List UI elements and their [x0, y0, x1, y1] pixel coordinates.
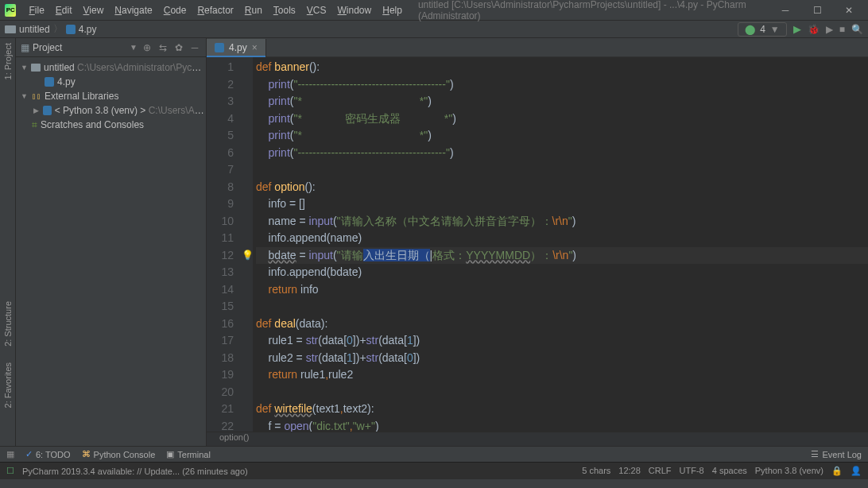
lock-icon[interactable]: 🔒	[831, 466, 843, 476]
run-more-icon[interactable]: ▶	[826, 24, 833, 35]
status-update[interactable]: PyCharm 2019.3.4 available: // Update...…	[22, 467, 248, 476]
tree-item[interactable]: ▶< Python 3.8 (venv) > C:\Users\Administ…	[16, 103, 206, 118]
status-icon: ☐	[6, 466, 14, 476]
intention-bulb-icon[interactable]: 💡	[242, 247, 254, 265]
window-title: untitled [C:\Users\Administrator\Pycharm…	[418, 0, 774, 21]
stop-icon[interactable]: ■	[839, 24, 845, 35]
titlebar: PC FileEditViewNavigateCodeRefactorRunTo…	[0, 0, 868, 21]
project-crumb[interactable]: untitled	[19, 24, 50, 35]
breadcrumb[interactable]: untitled 〉 4.py	[5, 22, 96, 36]
status-pos: 12:28	[618, 466, 641, 476]
menu-vcs[interactable]: VCS	[302, 3, 331, 17]
tab-filename: 4.py	[229, 42, 247, 53]
project-tree[interactable]: ▼untitled C:\Users\Administrator\Pycharm…	[16, 57, 206, 135]
editor-tabs: 4.py ×	[207, 38, 868, 57]
editor: 4.py × 123456789101112131415161718192021…	[207, 38, 868, 446]
pycharm-logo-icon: PC	[5, 4, 16, 17]
menu-help[interactable]: Help	[378, 3, 407, 17]
file-crumb[interactable]: 4.py	[79, 24, 97, 35]
debug-button[interactable]: 🐞	[808, 24, 820, 35]
tree-item[interactable]: ▼untitled C:\Users\Administrator\Pycharm…	[16, 60, 206, 75]
stack-icon[interactable]: ▦	[6, 449, 14, 459]
tree-item[interactable]: ▼⫾⫾External Libraries	[16, 89, 206, 103]
tab-favorites[interactable]: 2: Favorites	[2, 361, 14, 409]
collapse-icon[interactable]: ⇆	[157, 42, 169, 53]
line-gutter: 1234567891011121314151617181920212223	[207, 57, 240, 432]
python-file-icon	[215, 43, 224, 52]
menu-navigate[interactable]: Navigate	[110, 3, 157, 17]
tree-item[interactable]: 4.py	[16, 75, 206, 89]
folder-icon	[5, 25, 16, 33]
menu-file[interactable]: File	[24, 3, 48, 17]
maximize-button[interactable]: ☐	[806, 5, 828, 16]
left-toolbar: 1: Project 2: Structure 2: Favorites	[0, 38, 16, 446]
run-config-selector[interactable]: ⬤ 4 ▼	[738, 22, 787, 37]
gear-icon[interactable]: ✿	[172, 42, 185, 53]
menu-edit[interactable]: Edit	[51, 3, 77, 17]
menu-tools[interactable]: Tools	[269, 3, 300, 17]
panel-title: Project	[33, 42, 62, 53]
run-config-name: 4	[760, 24, 765, 35]
tool-todo[interactable]: ✓6: TODO	[25, 449, 71, 459]
code-text[interactable]: def banner(): print("-------------------…	[253, 57, 868, 432]
bottom-toolbar: ▦ ✓6: TODO ⌘Python Console ▣Terminal ☰Ev…	[0, 446, 868, 462]
status-chars: 5 chars	[582, 466, 610, 476]
tab-project[interactable]: 1: Project	[2, 41, 14, 81]
target-icon[interactable]: ⊕	[141, 42, 153, 53]
tab-structure[interactable]: 2: Structure	[2, 300, 14, 348]
tree-item[interactable]: ⌗Scratches and Consoles	[16, 118, 206, 132]
code-area[interactable]: 1234567891011121314151617181920212223 💡 …	[207, 57, 868, 432]
navbar: untitled 〉 4.py ⬤ 4 ▼ ▶ 🐞 ▶ ■ 🔍	[0, 21, 868, 38]
status-interpreter[interactable]: Python 3.8 (venv)	[755, 466, 823, 476]
gutter-icons: 💡	[240, 57, 253, 432]
menu-code[interactable]: Code	[159, 3, 192, 17]
status-encoding[interactable]: UTF-8	[680, 466, 704, 476]
tool-python-console[interactable]: ⌘Python Console	[82, 449, 156, 459]
menu-run[interactable]: Run	[240, 3, 267, 17]
project-icon: ▦	[21, 42, 29, 53]
python-file-icon	[66, 25, 76, 34]
project-panel: ▦ Project ▼ ⊕ ⇆ ✿ ─ ▼untitled C:\Users\A…	[16, 38, 207, 446]
main-menu: FileEditViewNavigateCodeRefactorRunTools…	[24, 3, 406, 17]
status-lineend[interactable]: CRLF	[649, 466, 672, 476]
close-tab-icon[interactable]: ×	[252, 42, 258, 53]
status-indent[interactable]: 4 spaces	[712, 466, 747, 476]
run-button[interactable]: ▶	[793, 23, 801, 35]
inspector-icon[interactable]: 👤	[851, 466, 862, 476]
status-bar: ☐ PyCharm 2019.3.4 available: // Update.…	[0, 462, 868, 479]
editor-tab[interactable]: 4.py ×	[207, 39, 266, 56]
close-button[interactable]: ✕	[838, 5, 860, 16]
menu-refactor[interactable]: Refactor	[192, 3, 238, 17]
menu-view[interactable]: View	[79, 3, 109, 17]
window-controls: ─ ☐ ✕	[774, 5, 863, 16]
hide-icon[interactable]: ─	[188, 42, 201, 53]
tool-terminal[interactable]: ▣Terminal	[166, 449, 211, 459]
minimize-button[interactable]: ─	[774, 5, 796, 16]
search-icon[interactable]: 🔍	[851, 24, 863, 35]
editor-breadcrumb[interactable]: option()	[207, 432, 868, 446]
menu-window[interactable]: Window	[333, 3, 377, 17]
event-log[interactable]: ☰Event Log	[811, 449, 862, 459]
